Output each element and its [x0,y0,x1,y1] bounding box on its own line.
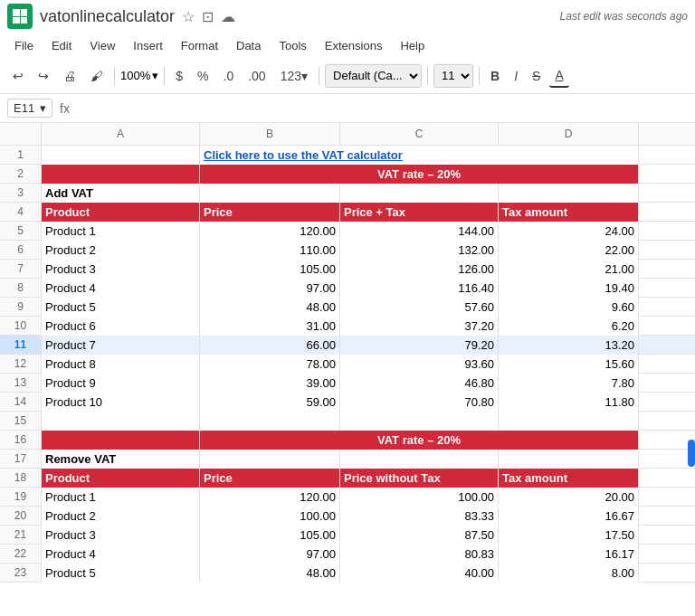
cell-a18[interactable]: Product [42,469,200,488]
zoom-dropdown-icon[interactable]: ▾ [152,69,158,82]
cell-a1[interactable] [42,146,200,165]
cell-b12[interactable]: 78.00 [200,355,340,374]
cell-b4[interactable]: Price [200,203,340,222]
cell-c14[interactable]: 70.80 [340,393,499,412]
cell-c3[interactable] [340,184,499,203]
menu-help[interactable]: Help [393,37,432,54]
cell-b13[interactable]: 39.00 [200,374,340,393]
zoom-control[interactable]: 100% ▾ [120,69,158,82]
cell-b2[interactable]: VAT rate – 20% [200,165,639,184]
cell-d12[interactable]: 15.60 [499,355,639,374]
cell-a14[interactable]: Product 10 [42,393,200,412]
cell-a8[interactable]: Product 4 [42,279,200,298]
currency-button[interactable]: $ [170,65,188,87]
cell-c21[interactable]: 87.50 [340,526,499,545]
cell-b23[interactable]: 48.00 [200,564,340,583]
cell-d21[interactable]: 17.50 [499,526,639,545]
cell-c19[interactable]: 100.00 [340,488,499,507]
cell-d5[interactable]: 24.00 [499,222,639,241]
cell-d23[interactable]: 8.00 [499,564,639,583]
cell-d3[interactable] [499,184,639,203]
cell-c10[interactable]: 37.20 [340,317,499,336]
menu-insert[interactable]: Insert [126,37,170,54]
cell-a12[interactable]: Product 8 [42,355,200,374]
cell-d4[interactable]: Tax amount [499,203,639,222]
cell-d6[interactable]: 22.00 [499,241,639,260]
cell-b18[interactable]: Price [200,469,340,488]
cell-a7[interactable]: Product 3 [42,260,200,279]
col-header-a[interactable]: A [42,123,200,145]
vat-calculator-link[interactable]: Click here to use the VAT calculator [204,148,403,162]
cell-b16[interactable]: VAT rate – 20% [200,431,639,450]
menu-edit[interactable]: Edit [44,37,79,54]
cell-c13[interactable]: 46.80 [340,374,499,393]
cell-d7[interactable]: 21.00 [499,260,639,279]
cell-reference[interactable]: E11 ▾ [7,99,52,118]
format123-button[interactable]: 123▾ [275,65,313,87]
cell-d18[interactable]: Tax amount [499,469,639,488]
cell-b19[interactable]: 120.00 [200,488,340,507]
menu-extensions[interactable]: Extensions [318,37,390,54]
cell-a23[interactable]: Product 5 [42,564,200,583]
history-icon[interactable]: ⊡ [202,8,214,25]
cell-c17[interactable] [340,450,499,469]
cell-b14[interactable]: 59.00 [200,393,340,412]
cell-d11[interactable]: 13.20 [499,336,639,355]
cell-a13[interactable]: Product 9 [42,374,200,393]
cell-d13[interactable]: 7.80 [499,374,639,393]
cell-d17[interactable] [499,450,639,469]
redo-button[interactable]: ↪ [33,65,54,87]
cell-c6[interactable]: 132.00 [340,241,499,260]
cell-d19[interactable]: 20.00 [499,488,639,507]
cell-a19[interactable]: Product 1 [42,488,200,507]
decimal2-button[interactable]: .00 [243,65,271,87]
menu-data[interactable]: Data [229,37,268,54]
cell-a4[interactable]: Product [42,203,200,222]
cell-d8[interactable]: 19.40 [499,279,639,298]
cell-b20[interactable]: 100.00 [200,507,340,526]
cell-a2[interactable] [42,165,200,184]
cell-d10[interactable]: 6.20 [499,317,639,336]
menu-view[interactable]: View [82,37,122,54]
cell-c5[interactable]: 144.00 [340,222,499,241]
cell-b15[interactable] [200,412,340,431]
cell-a5[interactable]: Product 1 [42,222,200,241]
cell-c12[interactable]: 93.60 [340,355,499,374]
cell-a20[interactable]: Product 2 [42,507,200,526]
cell-a15[interactable] [42,412,200,431]
col-header-b[interactable]: B [200,123,340,145]
cell-c8[interactable]: 116.40 [340,279,499,298]
decimal1-button[interactable]: .0 [218,65,240,87]
cell-a11[interactable]: Product 7 [42,336,200,355]
cell-d22[interactable]: 16.17 [499,545,639,564]
cell-d14[interactable]: 11.80 [499,393,639,412]
cell-b3[interactable] [200,184,340,203]
cell-a9[interactable]: Product 5 [42,298,200,317]
cell-c9[interactable]: 57.60 [340,298,499,317]
cell-b8[interactable]: 97.00 [200,279,340,298]
cell-b7[interactable]: 105.00 [200,260,340,279]
cell-b9[interactable]: 48.00 [200,298,340,317]
underline-button[interactable]: A [549,64,568,88]
scroll-indicator[interactable] [688,440,695,467]
cell-a3[interactable]: Add VAT [42,184,200,203]
cell-a16[interactable] [42,431,200,450]
cell-c7[interactable]: 126.00 [340,260,499,279]
font-select[interactable]: Default (Ca... [325,64,422,88]
cell-c20[interactable]: 83.33 [340,507,499,526]
cell-a22[interactable]: Product 4 [42,545,200,564]
menu-format[interactable]: Format [174,37,225,54]
cell-a21[interactable]: Product 3 [42,526,200,545]
star-icon[interactable]: ☆ [182,8,195,25]
cell-a10[interactable]: Product 6 [42,317,200,336]
strikethrough-button[interactable]: S [527,65,546,87]
cell-d15[interactable] [499,412,639,431]
cell-c18[interactable]: Price without Tax [340,469,499,488]
cell-b21[interactable]: 105.00 [200,526,340,545]
col-header-c[interactable]: C [340,123,499,145]
italic-button[interactable]: I [509,65,523,87]
cell-b6[interactable]: 110.00 [200,241,340,260]
menu-file[interactable]: File [7,37,41,54]
font-size-select[interactable]: 11 [433,64,473,88]
cell-b1[interactable]: Click here to use the VAT calculator [200,146,639,165]
